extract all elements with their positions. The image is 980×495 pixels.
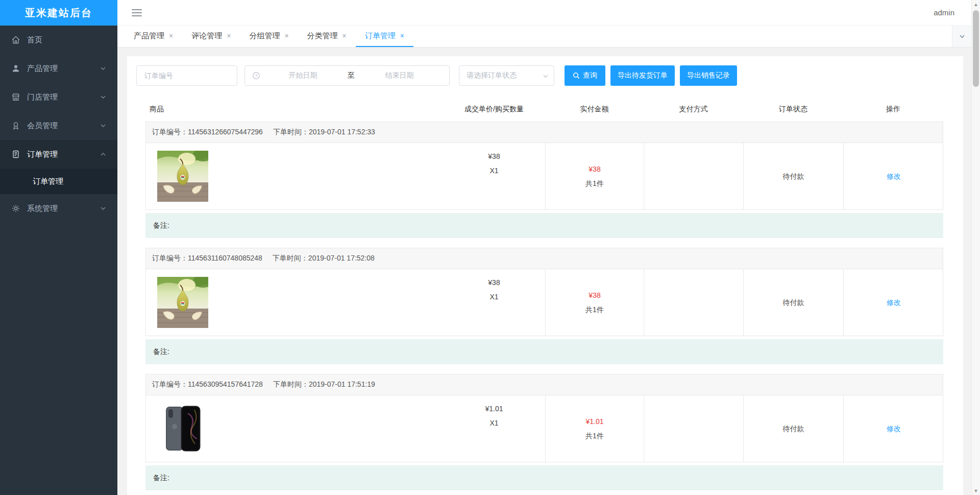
- edit-link[interactable]: 修改: [887, 421, 901, 436]
- edit-link[interactable]: 修改: [887, 169, 901, 183]
- tab-products[interactable]: 产品管理 ×: [125, 26, 182, 47]
- scroll-up-arrow[interactable]: ▲: [972, 0, 980, 9]
- order-number-input[interactable]: [136, 65, 237, 86]
- unit-price-quantity: ¥1.01 X1: [443, 395, 545, 430]
- order-row: ¥1.01 X1 ¥1.01 共1件 待付款 修改: [145, 395, 943, 462]
- search-icon: [573, 72, 580, 79]
- order-status-placeholder: 请选择订单状态: [467, 71, 517, 80]
- user-menu[interactable]: admin: [934, 8, 954, 17]
- chevron-down-icon: [959, 33, 966, 40]
- topbar: admin: [117, 0, 980, 26]
- tab-orders[interactable]: 订单管理 ×: [356, 26, 413, 47]
- paid-amount: ¥38: [589, 288, 600, 302]
- tab-comments[interactable]: 评论管理 ×: [182, 26, 240, 47]
- order-group: 订单编号：1145630954157641728 下单时间：2019-07-01…: [145, 374, 943, 490]
- close-icon[interactable]: ×: [400, 32, 404, 39]
- start-date-placeholder: 开始日期: [260, 71, 346, 80]
- order-row: ¥38 X1 ¥38 共1件 待付款 修改: [145, 143, 943, 210]
- tab-more-button[interactable]: [952, 26, 971, 47]
- edit-link[interactable]: 修改: [887, 295, 901, 310]
- product-image-pear: [157, 151, 208, 202]
- sidebar-item-orders[interactable]: 订单管理: [0, 140, 117, 169]
- unit-price: ¥38: [443, 275, 545, 290]
- close-icon[interactable]: ×: [284, 32, 288, 39]
- remark-label: 备注:: [153, 347, 169, 357]
- date-range-picker[interactable]: 开始日期 至 结束日期: [244, 65, 450, 86]
- scroll-down-arrow[interactable]: ▼: [972, 486, 980, 495]
- close-icon[interactable]: ×: [169, 32, 173, 39]
- product-image-iphone: [157, 403, 208, 454]
- sidebar-group-orders: 订单管理 订单管理: [0, 140, 117, 194]
- app-logo: 亚米建站后台: [0, 0, 117, 26]
- order-group: 订单编号：1145631266075447296 下单时间：2019-07-01…: [145, 122, 943, 238]
- sidebar-item-home[interactable]: 首页: [0, 26, 117, 54]
- remark-label: 备注:: [153, 221, 169, 230]
- unit-price: ¥1.01: [443, 402, 545, 416]
- sidebar: 亚米建站后台 首页 产品管理 门店管理: [0, 0, 117, 495]
- product-cell: ¥38 X1: [146, 143, 546, 209]
- sidebar-subitem-orders[interactable]: 订单管理: [0, 169, 117, 194]
- chevron-up-icon: [100, 151, 106, 157]
- product-image-pear: [157, 277, 208, 328]
- remark-row: 备注:: [145, 465, 943, 490]
- content-area: 开始日期 至 结束日期 请选择订单状态 查询 导出待: [117, 48, 980, 495]
- tab-groups[interactable]: 分组管理 ×: [240, 26, 298, 47]
- search-button[interactable]: 查询: [565, 65, 605, 86]
- product-image: [157, 403, 208, 454]
- date-separator: 至: [346, 71, 357, 80]
- table-header: 商品 成交单价/购买数量 实付金额 支付方式 订单状态 操作: [145, 97, 943, 122]
- vertical-scrollbar[interactable]: ▲ ▼: [971, 0, 980, 495]
- quantity: X1: [443, 163, 545, 178]
- order-status-cell: 待付款: [744, 395, 844, 462]
- export-sales-button[interactable]: 导出销售记录: [680, 65, 737, 86]
- order-number: 订单编号：1145631160748085248: [152, 254, 262, 263]
- sidebar-item-stores[interactable]: 门店管理: [0, 83, 117, 111]
- gear-icon: [11, 204, 20, 213]
- export-pending-button[interactable]: 导出待发货订单: [610, 65, 675, 86]
- member-icon: [11, 121, 20, 130]
- chevron-down-icon: [100, 123, 106, 129]
- order-group-header: 订单编号：1145631266075447296 下单时间：2019-07-01…: [145, 122, 943, 143]
- sidebar-item-label: 产品管理: [27, 64, 58, 74]
- end-date-placeholder: 结束日期: [357, 71, 442, 80]
- tab-label: 分类管理: [307, 31, 338, 41]
- order-status-cell: 待付款: [744, 269, 844, 336]
- tab-bar: 产品管理 × 评论管理 × 分组管理 × 分类管理 × 订单管理 ×: [117, 26, 980, 48]
- sidebar-item-products[interactable]: 产品管理: [0, 54, 117, 83]
- quantity: X1: [443, 416, 545, 430]
- chevron-down-icon: [100, 205, 106, 211]
- header-status: 订单状态: [743, 105, 843, 114]
- paid-amount-cell: ¥38 共1件: [546, 269, 644, 336]
- orders-table: 商品 成交单价/购买数量 实付金额 支付方式 订单状态 操作 订单编号：1145…: [145, 97, 943, 490]
- filter-bar: 开始日期 至 结束日期 请选择订单状态 查询 导出待: [136, 65, 954, 86]
- order-group-header: 订单编号：1145630954157641728 下单时间：2019-07-01…: [145, 374, 943, 395]
- sidebar-item-members[interactable]: 会员管理: [0, 111, 117, 140]
- unit-price: ¥38: [443, 149, 545, 163]
- sidebar-item-system[interactable]: 系统管理: [0, 194, 117, 223]
- payment-method-cell: [644, 395, 744, 462]
- sidebar-menu: 首页 产品管理 门店管理 会员管理: [0, 26, 117, 223]
- hamburger-icon[interactable]: [132, 9, 142, 16]
- product-image: [157, 277, 208, 328]
- unit-price-quantity: ¥38 X1: [443, 269, 545, 304]
- actions-cell: 修改: [844, 395, 944, 462]
- clock-icon: [252, 72, 260, 80]
- order-time: 下单时间：2019-07-01 17:52:08: [273, 254, 375, 263]
- header-paid-amount: 实付金额: [545, 105, 644, 114]
- sidebar-item-label: 订单管理: [27, 150, 58, 159]
- sidebar-subitem-label: 订单管理: [33, 177, 63, 186]
- tab-label: 评论管理: [191, 31, 222, 41]
- header-unit-price: 成交单价/购买数量: [443, 105, 545, 114]
- total-items: 共1件: [585, 302, 604, 317]
- tab-categories[interactable]: 分类管理 ×: [298, 26, 356, 47]
- sidebar-item-label: 门店管理: [27, 92, 58, 102]
- order-icon: [11, 150, 20, 159]
- paid-amount: ¥1.01: [585, 414, 603, 429]
- close-icon[interactable]: ×: [342, 32, 347, 39]
- order-status-select[interactable]: 请选择订单状态: [459, 65, 554, 86]
- product-image: [157, 151, 208, 202]
- scrollbar-thumb[interactable]: [973, 10, 979, 87]
- chevron-down-icon: [100, 94, 106, 100]
- order-row: ¥38 X1 ¥38 共1件 待付款 修改: [145, 269, 943, 336]
- close-icon[interactable]: ×: [227, 32, 231, 39]
